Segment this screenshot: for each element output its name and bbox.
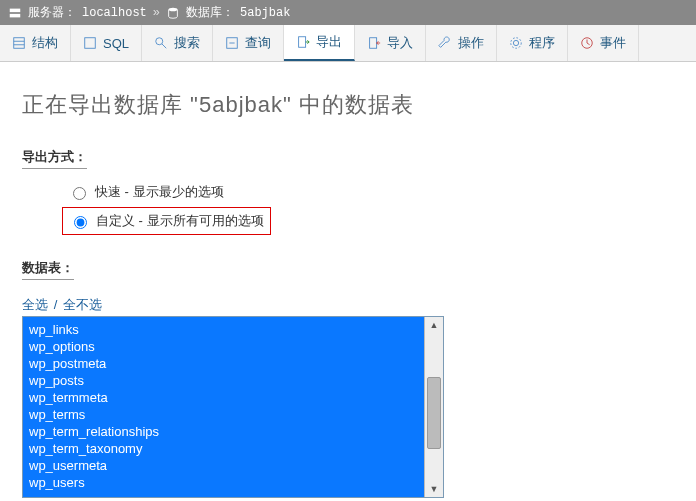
table-option[interactable]: wp_usermeta — [29, 457, 418, 474]
structure-icon — [12, 36, 26, 50]
tables-section-label: 数据表： — [22, 259, 74, 280]
svg-rect-11 — [299, 37, 306, 48]
tables-list[interactable]: wp_linkswp_optionswp_postmetawp_postswp_… — [23, 317, 424, 497]
tab-routines[interactable]: 程序 — [497, 25, 568, 61]
tab-sql[interactable]: SQL — [71, 25, 142, 61]
table-option[interactable]: wp_postmeta — [29, 355, 418, 372]
sql-icon — [83, 36, 97, 50]
radio-quick-input[interactable] — [73, 187, 86, 200]
breadcrumb-db-value[interactable]: 5abjbak — [240, 6, 290, 20]
radio-custom-label: 自定义 - 显示所有可用的选项 — [96, 212, 264, 230]
select-all-link[interactable]: 全选 — [22, 297, 48, 312]
svg-point-14 — [511, 38, 522, 49]
wrench-icon — [438, 36, 452, 50]
tab-search[interactable]: 搜索 — [142, 25, 213, 61]
search-icon — [154, 36, 168, 50]
tab-bar: 结构 SQL 搜索 查询 导出 导入 操作 程序 事件 — [0, 25, 696, 62]
link-sep: / — [54, 297, 58, 312]
table-option[interactable]: wp_termmeta — [29, 389, 418, 406]
table-option[interactable]: wp_options — [29, 338, 418, 355]
tab-label: 结构 — [32, 34, 58, 52]
scroll-thumb[interactable] — [427, 377, 441, 449]
tab-label: 事件 — [600, 34, 626, 52]
tab-export[interactable]: 导出 — [284, 25, 355, 61]
svg-rect-12 — [370, 38, 377, 49]
server-icon — [8, 6, 22, 20]
radio-quick[interactable]: 快速 - 显示最少的选项 — [62, 179, 230, 205]
tab-label: 操作 — [458, 34, 484, 52]
svg-rect-3 — [14, 38, 25, 49]
radio-custom[interactable]: 自定义 - 显示所有可用的选项 — [62, 207, 271, 235]
svg-point-13 — [513, 40, 518, 45]
content-area: 正在导出数据库 "5abjbak" 中的数据表 导出方式： 快速 - 显示最少的… — [0, 62, 696, 501]
radio-custom-input[interactable] — [74, 216, 87, 229]
table-option[interactable]: wp_term_taxonomy — [29, 440, 418, 457]
breadcrumb-sep: » — [153, 6, 160, 20]
tab-import[interactable]: 导入 — [355, 25, 426, 61]
export-method-group: 快速 - 显示最少的选项 自定义 - 显示所有可用的选项 — [62, 179, 674, 235]
tab-label: 搜索 — [174, 34, 200, 52]
tab-label: 查询 — [245, 34, 271, 52]
svg-rect-6 — [85, 38, 96, 49]
breadcrumb-server-label: 服务器： — [28, 4, 76, 21]
database-icon — [166, 6, 180, 20]
tab-label: SQL — [103, 36, 129, 51]
import-icon — [367, 36, 381, 50]
tab-structure[interactable]: 结构 — [0, 25, 71, 61]
tables-select-box[interactable]: wp_linkswp_optionswp_postmetawp_postswp_… — [22, 316, 444, 498]
tab-label: 导出 — [316, 33, 342, 51]
table-option[interactable]: wp_links — [29, 321, 418, 338]
scrollbar[interactable]: ▲ ▼ — [424, 317, 443, 497]
table-option[interactable]: wp_posts — [29, 372, 418, 389]
svg-point-7 — [156, 38, 163, 45]
query-icon — [225, 36, 239, 50]
breadcrumb: 服务器： localhost » 数据库： 5abjbak — [0, 0, 696, 25]
svg-point-2 — [169, 7, 178, 11]
svg-rect-0 — [10, 8, 21, 12]
breadcrumb-db-label: 数据库： — [186, 4, 234, 21]
table-option[interactable]: wp_users — [29, 474, 418, 491]
tab-label: 程序 — [529, 34, 555, 52]
breadcrumb-server-value[interactable]: localhost — [82, 6, 147, 20]
export-method-label: 导出方式： — [22, 148, 87, 169]
table-option[interactable]: wp_term_relationships — [29, 423, 418, 440]
table-option[interactable]: wp_terms — [29, 406, 418, 423]
svg-rect-1 — [10, 13, 21, 17]
scroll-down-icon[interactable]: ▼ — [425, 481, 443, 497]
export-icon — [296, 35, 310, 49]
page-title: 正在导出数据库 "5abjbak" 中的数据表 — [22, 90, 674, 120]
tab-label: 导入 — [387, 34, 413, 52]
radio-quick-label: 快速 - 显示最少的选项 — [95, 183, 224, 201]
gear-icon — [509, 36, 523, 50]
tab-events[interactable]: 事件 — [568, 25, 639, 61]
unselect-all-link[interactable]: 全不选 — [63, 297, 102, 312]
clock-icon — [580, 36, 594, 50]
select-links: 全选 / 全不选 — [22, 296, 674, 314]
scroll-up-icon[interactable]: ▲ — [425, 317, 443, 333]
tab-query[interactable]: 查询 — [213, 25, 284, 61]
tab-operations[interactable]: 操作 — [426, 25, 497, 61]
svg-line-8 — [162, 44, 166, 48]
